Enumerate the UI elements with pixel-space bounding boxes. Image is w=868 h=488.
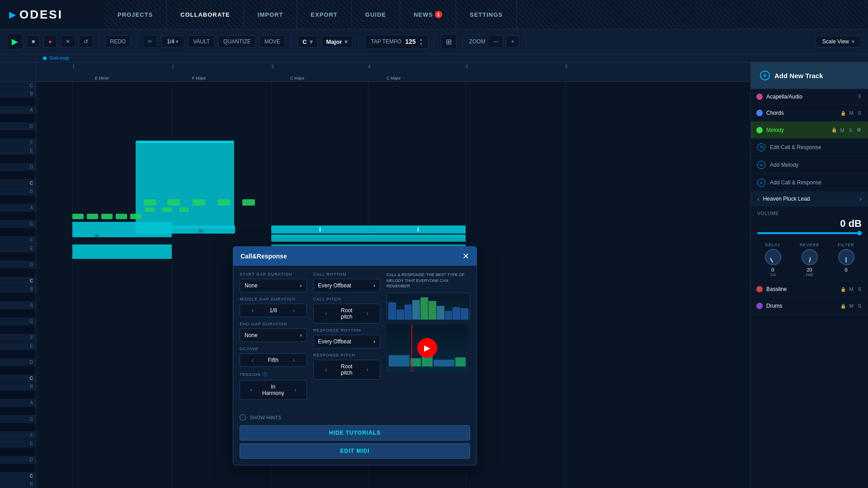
piano-key-A#-14[interactable] (0, 196, 36, 204)
track-item-bassline[interactable]: Bassline 🔒 M S (751, 281, 868, 298)
piano-key-G-41[interactable]: G (0, 415, 36, 423)
middle-gap-next[interactable]: › (281, 307, 307, 314)
volume-slider[interactable] (757, 232, 862, 234)
record-button[interactable]: ● (43, 35, 57, 48)
vault-button[interactable]: VAULT (188, 35, 215, 48)
piano-key-F#-30[interactable] (0, 326, 36, 334)
reverb-knob[interactable] (802, 249, 818, 265)
note-block-3[interactable] (193, 199, 205, 206)
piano-key-F#-6[interactable] (0, 131, 36, 139)
drums-m-button[interactable]: M (848, 302, 854, 310)
melody-s-button[interactable]: S (848, 127, 854, 134)
piano-key-G#-40[interactable] (0, 407, 36, 415)
piano-key-E-20[interactable]: E (0, 244, 36, 253)
octave-prev[interactable]: ‹ (240, 357, 265, 363)
zoom-out-button[interactable]: — (488, 35, 503, 48)
piano-key-D-34[interactable]: D (0, 358, 36, 366)
metronome-button[interactable]: ✕ (61, 35, 75, 48)
piano-key-A#-26[interactable] (0, 293, 36, 301)
nav-news[interactable]: NEWS 1 (400, 0, 456, 29)
piano-key-C-36[interactable]: C (0, 375, 36, 383)
piano-key-D#-45[interactable] (0, 448, 36, 456)
delay-knob[interactable] (765, 249, 781, 265)
stop-button[interactable]: ■ (27, 35, 40, 48)
drums-s-button[interactable]: S (857, 302, 863, 310)
response-rhythm-selector[interactable]: Every Offbeat › (313, 335, 381, 348)
piano-key-F-43[interactable]: F (0, 432, 36, 440)
piano-key-F-31[interactable]: F (0, 334, 36, 342)
piano-key-A#-38[interactable] (0, 391, 36, 399)
hints-toggle[interactable] (240, 414, 246, 421)
add-new-track-button[interactable]: + Add New Track (751, 62, 868, 89)
piano-key-G#-28[interactable] (0, 310, 36, 318)
middle-gap-prev[interactable]: ‹ (240, 307, 265, 314)
piano-key-B-49[interactable]: B (0, 480, 36, 488)
bassline-s-button[interactable]: S (857, 286, 863, 293)
piano-key-F-7[interactable]: F (0, 139, 36, 147)
note-block-8[interactable] (101, 214, 113, 219)
note-block-13[interactable] (179, 207, 189, 212)
melody-block-7[interactable] (72, 244, 172, 252)
start-gap-selector[interactable]: None › (240, 279, 307, 292)
track-item-chords[interactable]: Chords 🔒 M S (751, 105, 868, 122)
piano-key-C-12[interactable]: C (0, 179, 36, 188)
mixer-button[interactable]: ⊞ (441, 34, 457, 49)
piano-key-G-29[interactable]: G (0, 318, 36, 326)
video-play-button[interactable]: ▶ (417, 338, 437, 358)
division-selector[interactable]: 1/4 ▾ (161, 36, 184, 47)
piano-key-F#-18[interactable] (0, 228, 36, 236)
chords-lock-icon[interactable]: 🔒 (840, 111, 846, 116)
call-pitch-selector[interactable]: ‹ Root pitch › (313, 304, 381, 324)
note-block-11[interactable] (145, 207, 155, 212)
piano-key-E-8[interactable]: E (0, 147, 36, 155)
piano-key-A-3[interactable]: A (0, 106, 36, 114)
nav-guide[interactable]: GUIDE (352, 0, 400, 29)
piano-key-G-5[interactable]: G (0, 122, 36, 131)
melody-block-8[interactable] (72, 252, 172, 259)
piano-key-F#-42[interactable] (0, 423, 36, 432)
tension-prev[interactable]: ‹ (240, 387, 262, 393)
note-block-7[interactable] (87, 214, 98, 219)
piano-key-B-13[interactable]: B (0, 188, 36, 196)
response-pitch-prev[interactable]: ‹ (314, 366, 339, 373)
tap-tempo-control[interactable]: TAP TEMPO 125 ▲▼ (365, 35, 429, 49)
melody-block-4[interactable] (136, 225, 235, 234)
note-block-6[interactable] (72, 214, 84, 219)
edit-call-response-button[interactable]: ✎ Edit Call & Response (751, 139, 868, 156)
heaven-pluck-prev[interactable]: ‹ (757, 195, 760, 202)
nav-export[interactable]: EXPORT (297, 0, 351, 29)
add-melody-button[interactable]: + Add Melody (751, 156, 868, 174)
octave-next[interactable]: › (281, 357, 307, 363)
piano-key-C-0[interactable]: C (0, 82, 36, 90)
modal-close-button[interactable]: ✕ (462, 251, 469, 261)
filter-knob[interactable] (838, 249, 854, 265)
melody-lock-icon[interactable]: 🔒 (831, 127, 837, 132)
play-button[interactable]: ▶ (7, 33, 23, 50)
quantize-button[interactable]: QUANTIZE (218, 35, 256, 48)
piano-key-G#-4[interactable] (0, 114, 36, 122)
piano-key-G#-16[interactable] (0, 212, 36, 220)
note-block-4[interactable] (218, 199, 231, 206)
edit-midi-button[interactable]: EDIT MIDI (240, 443, 470, 459)
piano-key-E-44[interactable]: E (0, 440, 36, 448)
piano-key-C-24[interactable]: C (0, 277, 36, 285)
piano-key-C#-47[interactable] (0, 464, 36, 472)
response-pitch-next[interactable]: › (355, 366, 380, 373)
call-rhythm-selector[interactable]: Every Offbeat › (313, 279, 381, 292)
video-thumbnail[interactable]: ▶ (387, 324, 468, 372)
note-block-9[interactable] (116, 214, 127, 219)
nav-projects[interactable]: PROJECTS (104, 0, 167, 29)
piano-key-A-15[interactable]: A (0, 204, 36, 212)
add-call-response-button[interactable]: + Add Call & Response (751, 174, 868, 192)
piano-key-D-22[interactable]: D (0, 261, 36, 269)
key-selector[interactable]: C ▾ (297, 36, 317, 48)
piano-key-E-32[interactable]: E (0, 342, 36, 350)
move-button[interactable]: MOVE (259, 35, 285, 48)
piano-key-B-25[interactable]: B (0, 285, 36, 293)
melody-block-6[interactable] (271, 235, 466, 242)
piano-key-F-19[interactable]: F (0, 236, 36, 244)
middle-gap-selector[interactable]: ‹ 1/8 › (240, 304, 307, 317)
piano-key-D#-21[interactable] (0, 253, 36, 261)
nav-settings[interactable]: SETTINGS (456, 0, 517, 29)
nav-collaborate[interactable]: COLLABORATE (167, 0, 244, 29)
